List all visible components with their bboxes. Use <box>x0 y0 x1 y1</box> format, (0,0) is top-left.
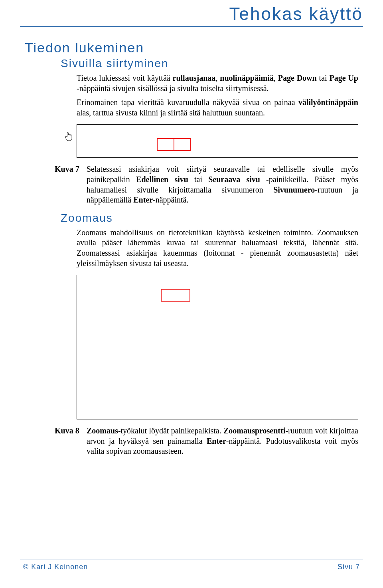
figure-7-caption: Kuva 7 Selatessasi asiakirjaa voit siirt… <box>55 164 358 205</box>
footer-rule <box>20 560 363 560</box>
figure-label: Kuva 8 <box>55 426 87 457</box>
hand-icon <box>65 131 73 141</box>
term-pageup: Page Up <box>329 74 358 82</box>
term-pagedown: Page Down <box>278 74 317 82</box>
text: -näppäintä. <box>153 195 188 204</box>
footer-copyright: © Kari J Keinonen <box>23 563 88 571</box>
text: tai <box>317 74 330 82</box>
figure-8-caption: Kuva 8 Zoomaus-työkalut löydät painikepa… <box>55 426 358 457</box>
text: , <box>274 74 278 82</box>
text: tai <box>188 175 208 184</box>
text: -näppäintä sivujen sisällössä ja sivulta… <box>77 84 269 93</box>
text: alas, tarttua sivusta kiinni ja siirtää … <box>77 108 265 117</box>
text: , <box>215 74 220 82</box>
term-enter: Enter <box>207 437 226 445</box>
figure-7-highlight <box>157 138 190 151</box>
term-next-page: Seuraava sivu <box>208 175 260 184</box>
figure-8-placeholder <box>77 275 358 419</box>
highlight-box <box>174 138 191 151</box>
term-enter: Enter <box>133 195 153 204</box>
term-arrowkeys: nuolinäppäimiä <box>220 74 274 82</box>
heading-1: Tiedon lukeminen <box>25 40 358 56</box>
term-pagenumber: Sivunumero <box>273 185 315 194</box>
heading-2-zoom: Zoomaus <box>61 212 358 224</box>
term-prev-page: Edellinen sivu <box>136 175 188 184</box>
caption-text: Zoomaus-työkalut löydät painikepalkista.… <box>87 426 358 457</box>
text: Tietoa lukiessasi voit käyttää <box>77 74 173 82</box>
paragraph-3: Zoomaus mahdollisuus on tietotekniikan k… <box>77 228 358 268</box>
figure-label: Kuva 7 <box>55 164 87 205</box>
footer-page-number: Sivu 7 <box>338 563 360 571</box>
caption-text: Selatessasi asiakirjaa voit siirtyä seur… <box>87 164 358 205</box>
term-zoom: Zoomaus <box>87 426 118 435</box>
text: Erinomainen tapa vierittää kuvaruudulla … <box>77 98 298 107</box>
running-header: Tehokas käyttö <box>229 4 363 24</box>
heading-2-navigation: Sivuilla siirtyminen <box>61 57 358 70</box>
figure-7-placeholder <box>77 124 358 158</box>
highlight-box <box>157 138 174 151</box>
term-spacebar: välilyöntinäppäin <box>298 98 358 107</box>
header-rule <box>20 26 363 27</box>
figure-8-highlight <box>161 289 190 302</box>
term-scrollbar: rullausjanaa <box>173 74 216 82</box>
paragraph-2: Erinomainen tapa vierittää kuvaruudulla … <box>77 97 358 118</box>
term-zoom-percent: Zoomausprosentti <box>223 426 285 435</box>
text: -työkalut löydät painikepalkista. <box>118 426 223 435</box>
paragraph-1: Tietoa lukiessasi voit käyttää rullausja… <box>77 73 358 93</box>
